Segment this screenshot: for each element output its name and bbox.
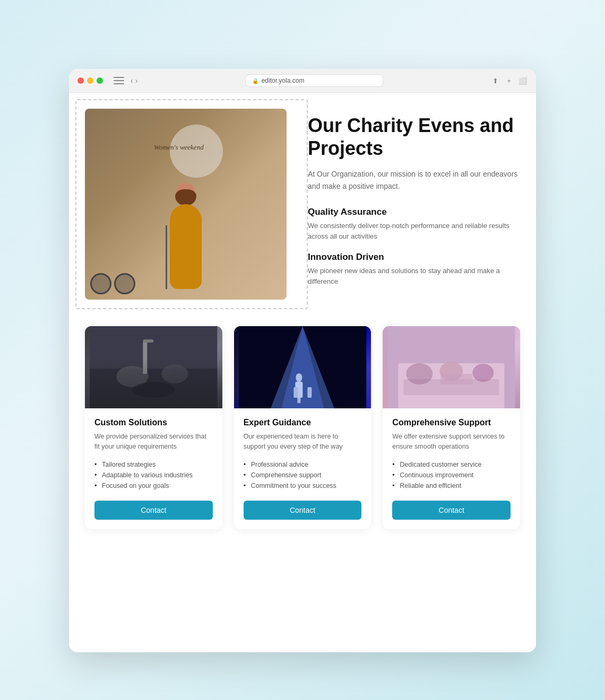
svg-rect-20 [441,374,473,384]
contact-button-1[interactable]: Contact [94,501,213,520]
card-body-3: Comprehensive Support We offer extensive… [383,408,520,529]
bullet-2-2: Comprehensive support [244,470,362,480]
bullet-list-1: Tailored strategies Adaptable to various… [94,459,213,491]
feature-quality-title: Quality Assurance [308,207,520,217]
browser-window: ‹ › 🔒 editor.yola.com ⬆ + ⬜ Women's week… [69,69,536,652]
extensions-icon[interactable]: ⬜ [518,76,528,85]
feature-quality-desc: We consistently deliver top-notch perfor… [308,221,520,241]
address-bar[interactable]: 🔒 editor.yola.com [245,74,383,87]
card-image-2 [234,326,371,408]
svg-point-2 [116,366,148,387]
address-bar-container: 🔒 editor.yola.com [144,74,484,87]
svg-point-3 [161,364,188,383]
card-image-3-svg [383,326,520,408]
back-button[interactable]: ‹ [131,76,133,85]
close-button[interactable] [77,77,84,84]
cards-section: Custom Solutions We provide personalized… [85,326,520,529]
nav-arrows: ‹ › [131,76,137,85]
bullet-3-3: Reliable and efficient [392,480,511,491]
bullet-1-1: Tailored strategies [94,459,213,470]
svg-rect-0 [90,326,217,408]
svg-point-6 [132,382,175,398]
main-subtitle: At Our Organization, our mission is to e… [308,168,520,192]
card-title-1: Custom Solutions [94,418,213,427]
card-custom-solutions: Custom Solutions We provide personalized… [85,326,222,529]
card-body-2: Expert Guidance Our experienced team is … [234,408,371,529]
svg-rect-5 [143,339,153,343]
feature-quality: Quality Assurance We consistently delive… [308,207,520,241]
feature-innovation-title: Innovation Driven [308,252,520,262]
bullet-2-1: Professional advice [244,459,362,470]
bullet-list-2: Professional advice Comprehensive suppor… [244,459,362,491]
card-desc-1: We provide personalized services that fi… [94,432,213,452]
contact-button-2[interactable]: Contact [244,501,362,520]
maximize-button[interactable] [97,77,103,84]
share-icon[interactable]: ⬆ [490,76,500,85]
card-desc-3: We offer extensive support services to e… [392,432,511,452]
bullet-1-3: Focused on your goals [94,480,213,491]
mic-stand [166,225,167,289]
card-title-3: Comprehensive Support [392,418,511,427]
traffic-lights [77,77,103,84]
bullet-3-1: Dedicated customer service [392,459,511,470]
sidebar-toggle-icon[interactable] [114,77,124,84]
svg-rect-4 [143,342,147,374]
bullet-2-3: Commitment to your success [244,480,362,491]
new-tab-icon[interactable]: + [504,76,514,85]
stage-light [271,326,334,408]
svg-point-18 [473,364,494,382]
card-body-1: Custom Solutions We provide personalized… [85,408,222,529]
drum-2 [114,273,135,294]
card-comprehensive-support: Comprehensive Support We offer extensive… [383,326,520,529]
bullet-1-2: Adaptable to various industries [94,470,213,480]
bullet-list-3: Dedicated customer service Continuous im… [392,459,511,491]
card-image-1 [85,326,222,408]
feature-innovation: Innovation Driven We pioneer new ideas a… [308,252,520,286]
main-title: Our Charity Evens and Projects [308,114,520,160]
hero-image: Women's weekend [85,109,287,300]
forward-button[interactable]: › [135,76,138,85]
figure-body [170,204,202,289]
toolbar-right: ⬆ + ⬜ [490,76,528,85]
figure-woman [170,204,202,289]
svg-rect-1 [90,369,217,408]
bullet-3-2: Continuous improvement [392,470,511,480]
card-image-1-svg [85,326,222,408]
hero-text: Our Charity Evens and Projects At Our Or… [308,109,520,297]
drum-1 [90,273,111,294]
hero-image-container: Women's weekend [85,109,287,300]
browser-content: Women's weekend Our Charity Evens and Pr… [69,93,536,550]
hero-section: Women's weekend Our Charity Evens and Pr… [85,109,520,300]
figure-hair [175,189,196,205]
contact-button-3[interactable]: Contact [392,501,511,520]
feature-innovation-desc: We pioneer new ideas and solutions to st… [308,266,520,286]
lock-icon: 🔒 [252,78,258,84]
card-image-3 [383,326,520,408]
minimize-button[interactable] [87,77,93,84]
stage-text: Women's weekend [154,143,204,152]
url-text: editor.yola.com [262,77,305,84]
card-desc-2: Our experienced team is here to support … [244,432,362,452]
card-title-2: Expert Guidance [244,418,362,427]
card-expert-guidance: Expert Guidance Our experienced team is … [234,326,371,529]
browser-titlebar: ‹ › 🔒 editor.yola.com ⬆ + ⬜ [69,69,536,93]
drums-area [90,273,135,294]
